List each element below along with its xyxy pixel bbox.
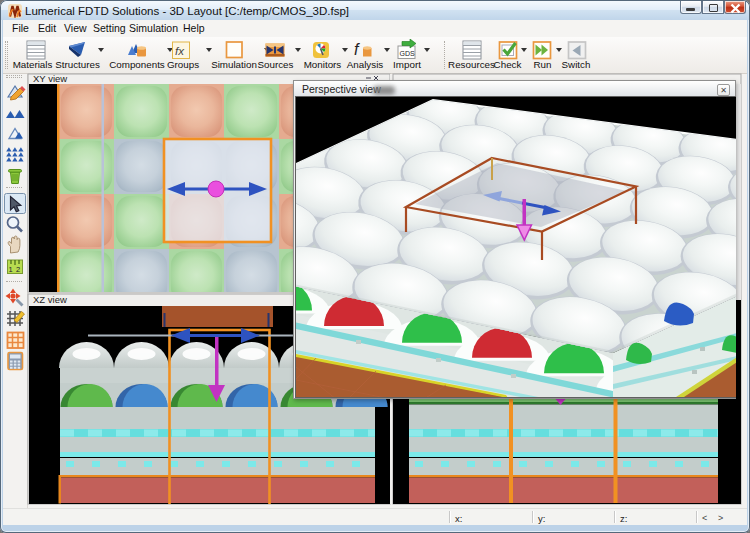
svg-text:XY view: XY view [33,73,67,84]
svg-text:XZ view: XZ view [33,294,67,305]
